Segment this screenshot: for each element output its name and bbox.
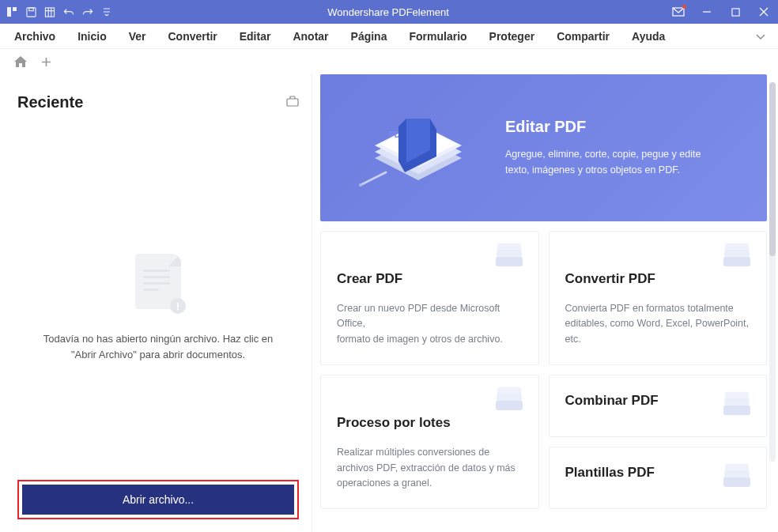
close-button[interactable] <box>750 0 778 24</box>
title-bar: Wondershare PDFelement <box>0 0 778 24</box>
open-file-button[interactable]: Abrir archivo... <box>22 485 294 515</box>
tab-strip <box>0 49 778 74</box>
menu-compartir[interactable]: Compartir <box>546 26 621 47</box>
card-batch-process[interactable]: Proceso por lotes Realizar múltiples con… <box>320 375 539 509</box>
menu-ayuda[interactable]: Ayuda <box>621 26 676 47</box>
recent-heading: Reciente <box>17 93 83 111</box>
notification-dot-icon <box>682 5 686 9</box>
print-icon[interactable] <box>44 6 55 17</box>
window-title: Wondershare PDFelement <box>112 6 664 18</box>
combine-icon <box>720 391 753 421</box>
menu-formulario[interactable]: Formulario <box>398 26 478 47</box>
main-panel: PDF Editar PDF Agregue, elimine, corte, … <box>312 74 778 532</box>
svg-rect-3 <box>28 7 33 10</box>
menu-bar: Archivo Inicio Ver Convertir Editar Anot… <box>0 24 778 49</box>
menu-archivo[interactable]: Archivo <box>3 26 66 47</box>
redo-icon[interactable] <box>82 6 93 17</box>
hero-edit-pdf[interactable]: PDF Editar PDF Agregue, elimine, corte, … <box>320 74 767 221</box>
menu-anotar[interactable]: Anotar <box>281 26 339 47</box>
card-desc-line: formato de imagen y otros de archivo. <box>337 334 503 345</box>
recent-sidebar: Reciente ! Todavía no has abierto ningún… <box>0 74 312 532</box>
menu-editar[interactable]: Editar <box>228 26 282 47</box>
menu-pagina[interactable]: Página <box>340 26 398 47</box>
mail-button[interactable] <box>664 0 693 24</box>
templates-icon <box>720 463 753 493</box>
card-create-pdf[interactable]: Crear PDF Crear un nuevo PDF desde Micro… <box>320 231 539 365</box>
collapse-ribbon-icon[interactable] <box>756 29 765 43</box>
briefcase-icon[interactable] <box>286 96 299 110</box>
card-combine-pdf[interactable]: Combinar PDF <box>549 375 768 437</box>
save-icon[interactable] <box>25 6 36 17</box>
card-desc-line: Crear un nuevo PDF desde Microsoft Offic… <box>337 303 500 329</box>
card-title: Crear PDF <box>337 271 523 287</box>
svg-rect-2 <box>26 7 35 16</box>
customize-qat-icon[interactable] <box>101 6 112 17</box>
svg-line-15 <box>361 172 386 185</box>
scrollbar[interactable] <box>769 82 776 462</box>
svg-rect-1 <box>13 7 17 11</box>
card-title: Proceso por lotes <box>337 415 523 431</box>
svg-rect-6 <box>731 8 738 15</box>
card-desc: Realizar múltiples conversiones de archi… <box>337 445 523 491</box>
convert-pdf-icon <box>720 243 753 273</box>
menu-inicio[interactable]: Inicio <box>66 26 118 47</box>
hero-desc: Agregue, elimine, corte, copie, pegue y … <box>505 147 719 178</box>
card-title: Convertir PDF <box>565 271 751 287</box>
minimize-button[interactable] <box>693 0 721 24</box>
menu-convertir[interactable]: Convertir <box>157 26 228 47</box>
recent-empty-message: Todavía no has abierto ningún archivo. H… <box>17 331 299 363</box>
maximize-button[interactable] <box>721 0 750 24</box>
quick-access-toolbar <box>0 6 112 17</box>
svg-rect-0 <box>7 7 11 17</box>
card-convert-pdf[interactable]: Convertir PDF Convierta PDF en formatos … <box>549 231 768 365</box>
create-pdf-icon <box>493 243 526 273</box>
empty-document-icon: ! <box>135 254 181 309</box>
svg-point-16 <box>359 183 362 187</box>
menu-ver[interactable]: Ver <box>118 26 157 47</box>
svg-rect-4 <box>45 7 54 16</box>
batch-icon <box>493 387 526 417</box>
undo-icon[interactable] <box>63 6 74 17</box>
card-templates-pdf[interactable]: Plantillas PDF <box>549 447 768 509</box>
card-desc: Convierta PDF en formatos totalmente edi… <box>565 301 751 347</box>
svg-rect-7 <box>287 99 298 106</box>
home-tab-icon[interactable] <box>14 56 27 67</box>
hero-illustration-icon: PDF <box>339 92 497 203</box>
scrollbar-thumb[interactable] <box>769 82 776 256</box>
hero-title: Editar PDF <box>505 118 719 136</box>
menu-proteger[interactable]: Proteger <box>478 26 546 47</box>
app-logo-icon <box>6 6 17 17</box>
new-tab-icon[interactable] <box>41 57 51 67</box>
open-file-highlight: Abrir archivo... <box>17 480 299 519</box>
